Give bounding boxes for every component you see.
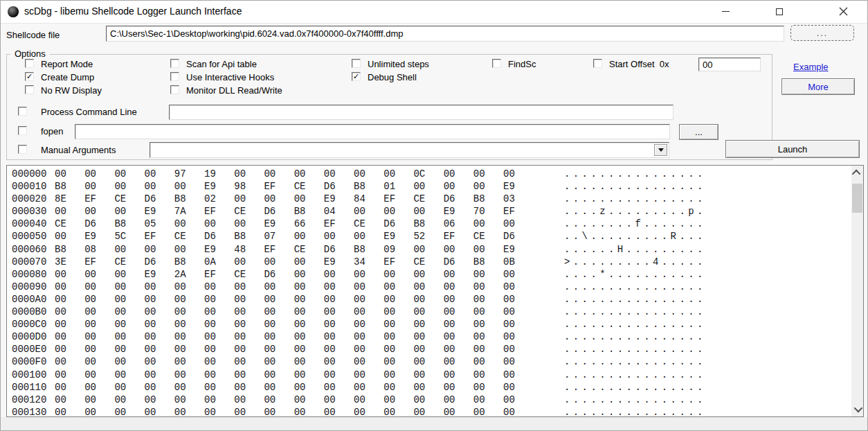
hex-row: 00011000 00 00 00 00 00 00 00 00 00 00 0… <box>12 381 706 394</box>
chevron-up-icon <box>852 170 861 179</box>
scroll-up-button[interactable] <box>851 167 863 179</box>
checkbox-box <box>492 59 501 68</box>
hex-row: 0000703E EF CE D6 B8 0A 00 00 00 E9 34 E… <box>12 256 706 268</box>
close-button[interactable] <box>827 1 859 22</box>
checkbox-label: Create Dump <box>41 72 94 82</box>
hex-row: 00012000 00 00 00 00 00 00 00 00 00 00 0… <box>12 394 706 406</box>
window-title: scDbg - libemu Shellcode Logger Launch I… <box>24 1 242 22</box>
minimize-button[interactable] <box>709 1 741 22</box>
scroll-down-button[interactable] <box>851 403 863 415</box>
checkbox-label: Use Interactive Hooks <box>186 72 274 82</box>
hex-row: 0000B000 00 00 00 00 00 00 00 00 00 00 0… <box>12 306 706 318</box>
checkbox-label: Scan for Api table <box>186 59 257 69</box>
checkbox-label: Debug Shell <box>368 72 417 82</box>
manual-arguments-combobox[interactable] <box>150 142 669 158</box>
checkbox-label: Unlimited steps <box>368 59 429 69</box>
hex-row: 000060B8 08 00 00 00 E9 48 EF CE D6 B8 0… <box>12 243 706 256</box>
hex-row: 00005000 E9 5C EF CE D6 B8 07 00 00 00 E… <box>12 230 706 243</box>
options-legend: Options <box>10 49 50 59</box>
hex-row: 0000F000 00 00 00 00 00 00 00 00 00 00 0… <box>12 355 706 368</box>
window-footer <box>1 417 867 431</box>
hex-row: 0000208E EF CE D6 B8 02 00 00 00 E9 84 E… <box>12 193 706 205</box>
checkbox-box <box>170 72 179 81</box>
hex-row: 00003000 00 00 E9 7A EF CE D6 B8 04 00 0… <box>12 205 706 218</box>
checkbox-box <box>25 59 34 68</box>
checkbox-box <box>18 126 27 135</box>
hex-row: 0000E000 00 00 00 00 00 00 00 00 00 00 0… <box>12 343 706 355</box>
checkbox-box <box>352 59 361 68</box>
more-button[interactable]: More <box>781 78 855 95</box>
checkbox-label: fopen <box>41 126 64 137</box>
maximize-button[interactable] <box>763 1 795 22</box>
start-offset-input[interactable] <box>698 58 761 71</box>
checkbox-box <box>170 59 179 68</box>
hex-row: 00013000 00 00 00 00 00 00 00 00 00 00 0… <box>12 406 706 417</box>
close-icon <box>839 7 848 16</box>
hex-row: 000010B8 00 00 00 00 E9 98 EF CE D6 B8 0… <box>12 180 706 193</box>
checkbox-label: Start Offset 0x <box>609 59 669 69</box>
checkbox-label: Manual Arguments <box>41 145 116 155</box>
hex-row: 0000D000 00 00 00 00 00 00 00 00 00 00 0… <box>12 331 706 343</box>
hexdump-panel[interactable]: 00000000 00 00 00 97 19 00 00 00 00 00 0… <box>6 165 864 417</box>
hex-row: 00000000 00 00 00 97 19 00 00 00 00 00 0… <box>12 168 706 180</box>
checkbox-box <box>593 59 602 68</box>
checkbox-label: Report Mode <box>41 59 93 69</box>
shellcode-file-label: Shellcode file <box>6 30 60 40</box>
checkbox-box <box>18 145 27 154</box>
checkbox-label: Monitor DLL Read/Write <box>186 85 282 96</box>
browse-file-button[interactable]: ... <box>790 25 854 41</box>
hex-row: 00008000 00 00 E9 2A EF CE D6 00 00 00 0… <box>12 268 706 281</box>
example-link[interactable]: Example <box>793 62 829 72</box>
app-window: scDbg - libemu Shellcode Logger Launch I… <box>0 0 868 431</box>
chevron-down-icon <box>854 404 863 413</box>
title-bar: scDbg - libemu Shellcode Logger Launch I… <box>1 1 867 24</box>
maximize-icon <box>776 8 783 15</box>
fopen-browse-button[interactable]: ... <box>679 124 718 140</box>
fopen-input[interactable] <box>75 124 670 139</box>
hex-row: 0000C000 00 00 00 00 00 00 00 00 00 00 0… <box>12 318 706 331</box>
hex-row: 00009000 00 00 00 00 00 00 00 00 00 00 0… <box>12 281 706 293</box>
app-icon <box>8 6 19 17</box>
scrollbar-thumb[interactable] <box>852 184 862 213</box>
minimize-icon <box>722 11 730 12</box>
checkbox-label: Process Command Line <box>41 107 137 117</box>
checkbox-label: No RW Display <box>41 85 102 96</box>
hex-row: 0000A000 00 00 00 00 00 00 00 00 00 00 0… <box>12 293 706 306</box>
chevron-down-icon <box>658 148 664 152</box>
checkbox-box <box>170 85 179 94</box>
process-command-line-input[interactable] <box>169 105 673 120</box>
hex-row: 00010000 00 00 00 00 00 00 00 00 00 00 0… <box>12 369 706 381</box>
vertical-scrollbar[interactable] <box>851 166 863 416</box>
checkbox-box <box>18 107 27 116</box>
checkbox-box: ✓ <box>352 72 361 81</box>
combobox-dropdown-button[interactable] <box>654 144 667 156</box>
hex-rows: 00000000 00 00 00 97 19 00 00 00 00 00 0… <box>12 168 706 417</box>
shellcode-file-input[interactable] <box>106 26 784 42</box>
checkbox-box <box>25 85 34 94</box>
hex-row: 000040CE D6 B8 05 00 00 00 E9 66 EF CE D… <box>12 218 706 230</box>
checkbox-label: FindSc <box>508 59 536 69</box>
launch-button[interactable]: Launch <box>725 140 860 158</box>
checkbox-box: ✓ <box>25 72 34 81</box>
